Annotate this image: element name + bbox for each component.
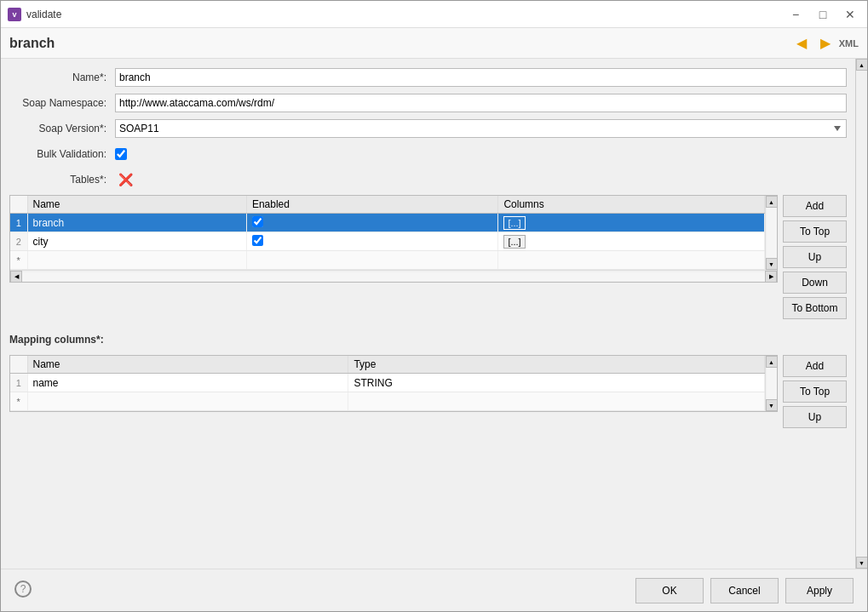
content-area: Name*: Soap Namespace: Soap Version*: SO… [1, 59, 867, 569]
minimize-button[interactable]: − [785, 4, 806, 25]
table-row[interactable]: 2 city [...] [10, 232, 765, 251]
window-controls: − □ ✕ [785, 4, 860, 25]
row-enabled-checkbox[interactable] [252, 216, 263, 227]
mapping-to-top-button[interactable]: To Top [783, 380, 847, 403]
ok-button[interactable]: OK [635, 578, 704, 603]
row-name [27, 251, 246, 270]
columns-ellipsis-button[interactable]: [...] [503, 235, 525, 249]
soap-namespace-row: Soap Namespace: [9, 93, 847, 113]
help-button[interactable]: ? [14, 581, 32, 598]
columns-ellipsis-button[interactable]: [...] [503, 216, 525, 230]
mapping-table: Name Type 1 name STRING [10, 356, 765, 411]
toolbar-title: branch [9, 36, 791, 51]
soap-version-select[interactable]: SOAP11 SOAP12 [115, 119, 847, 138]
titlebar: v validate − □ ✕ [1, 1, 867, 28]
tables-to-bottom-button[interactable]: To Bottom [783, 297, 847, 319]
mapping-col-name: Name [27, 356, 348, 374]
apply-button[interactable]: Apply [785, 578, 854, 603]
table-row-new[interactable]: * [10, 392, 765, 411]
window-title: validate [26, 9, 785, 20]
mapping-scroll-up[interactable]: ▲ [766, 356, 778, 368]
tables-col-enabled: Enabled [246, 196, 497, 214]
soap-namespace-label: Soap Namespace: [9, 97, 112, 109]
mapping-vscroll: ▲ ▼ [765, 356, 777, 411]
main-vscroll: ▲ ▼ [855, 59, 867, 569]
row-enabled [246, 251, 497, 270]
close-button[interactable]: ✕ [840, 4, 860, 25]
row-name: city [27, 232, 246, 251]
bulk-validation-label: Bulk Validation: [9, 148, 112, 160]
tables-hscroll: ◀ ▶ [10, 270, 777, 282]
footer: ? OK Cancel Apply [1, 569, 867, 611]
mapping-up-button[interactable]: Up [783, 406, 847, 428]
xml-label: XML [839, 38, 859, 49]
mapping-scroll-down[interactable]: ▼ [766, 399, 778, 411]
table-row-new[interactable]: * [10, 251, 765, 270]
row-columns: [...] [498, 214, 765, 232]
toolbar-icons: ◀ ▶ XML [791, 33, 859, 54]
bulk-validation-checkbox[interactable] [115, 148, 127, 160]
tables-scroll-up[interactable]: ▲ [766, 196, 778, 208]
cancel-button[interactable]: Cancel [710, 578, 779, 603]
main-panel: Name*: Soap Namespace: Soap Version*: SO… [1, 59, 855, 569]
name-input[interactable] [115, 68, 847, 87]
tables-vscroll: ▲ ▼ [765, 196, 777, 270]
name-label: Name*: [9, 71, 112, 83]
tables-scroll-down[interactable]: ▼ [766, 258, 778, 270]
tables-label-row: Tables*: ❌ [9, 169, 847, 190]
forward-button[interactable]: ▶ [815, 33, 836, 54]
tables-to-top-button[interactable]: To Top [783, 220, 847, 243]
tables-col-name: Name [27, 196, 246, 214]
soap-version-row: Soap Version*: SOAP11 SOAP12 [9, 118, 847, 139]
row-columns: [...] [498, 232, 765, 251]
main-scroll-down[interactable]: ▼ [856, 557, 868, 569]
mapping-section: Name Type 1 name STRING [9, 355, 847, 428]
row-num: 1 [10, 214, 27, 232]
table-row[interactable]: 1 name STRING [10, 374, 765, 392]
row-enabled-checkbox[interactable] [252, 235, 263, 246]
tables-hscroll-track [22, 272, 765, 281]
tables-scroll-right[interactable]: ▶ [765, 271, 777, 283]
soap-version-label: Soap Version*: [9, 123, 112, 134]
mapping-col-num [10, 356, 27, 374]
mapping-label: Mapping columns*: [9, 334, 104, 346]
row-name: branch [27, 214, 246, 232]
tables-label: Tables*: [9, 174, 112, 186]
back-button[interactable]: ◀ [791, 33, 812, 54]
maximize-button[interactable]: □ [813, 4, 833, 25]
tables-up-button[interactable]: Up [783, 246, 847, 268]
row-num: 2 [10, 232, 27, 251]
tables-scroll-track [767, 208, 777, 258]
soap-namespace-input[interactable] [115, 94, 847, 112]
main-window: v validate − □ ✕ branch ◀ ▶ XML Name*: S… [0, 0, 868, 612]
row-enabled [246, 232, 497, 251]
name-row: Name*: [9, 67, 847, 88]
mapping-add-button[interactable]: Add [783, 355, 847, 377]
tables-side-buttons: Add To Top Up Down To Bottom [783, 195, 847, 319]
toolbar: branch ◀ ▶ XML [1, 28, 867, 59]
row-enabled [246, 214, 497, 232]
row-name: name [27, 374, 348, 392]
tables-section: Name Enabled Columns 1 branch [9, 195, 847, 319]
row-type [348, 392, 765, 411]
mapping-col-type: Type [348, 356, 765, 374]
main-scroll-up[interactable]: ▲ [856, 59, 868, 71]
tables-col-num [10, 196, 27, 214]
row-num: * [10, 251, 27, 270]
tables-error-icon: ❌ [118, 173, 133, 186]
row-columns [498, 251, 765, 270]
tables-table: Name Enabled Columns 1 branch [10, 196, 765, 270]
row-type: STRING [348, 374, 765, 392]
row-num: * [10, 392, 27, 411]
mapping-side-buttons: Add To Top Up [783, 355, 847, 428]
mapping-label-row: Mapping columns*: [9, 329, 847, 350]
tables-scroll-left[interactable]: ◀ [10, 271, 22, 283]
row-num: 1 [10, 374, 27, 392]
tables-add-button[interactable]: Add [783, 195, 847, 217]
row-name [27, 392, 348, 411]
bulk-validation-row: Bulk Validation: [9, 144, 847, 164]
table-row[interactable]: 1 branch [...] [10, 214, 765, 232]
mapping-scroll-track [767, 368, 777, 399]
tables-down-button[interactable]: Down [783, 272, 847, 294]
tables-col-columns: Columns [498, 196, 765, 214]
